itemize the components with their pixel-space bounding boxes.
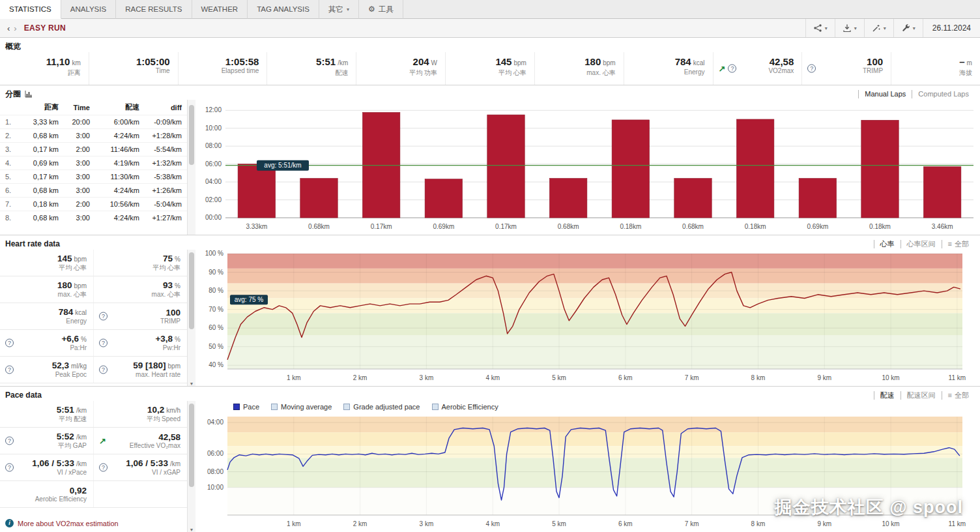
lap-pace-chart[interactable]: 00:0002:0004:0006:0008:0010:0012:003.33k… — [195, 100, 980, 235]
lap-row: 1.3,33 km20:006:00/km-0:09/km — [0, 115, 187, 129]
pace-view-button[interactable]: 配速 — [874, 391, 901, 400]
nav-tab-statistics[interactable]: STATISTICS — [0, 0, 61, 19]
svg-text:70 %: 70 % — [209, 306, 223, 313]
prev-activity-button[interactable]: ‹ — [5, 23, 12, 33]
svg-text:00:00: 00:00 — [205, 214, 222, 221]
legend-checkbox[interactable] — [233, 404, 240, 410]
overview-heading: 概览 — [5, 41, 21, 52]
legend-aerobic-efficiency[interactable]: Aerobic Efficiency — [432, 403, 498, 411]
stat-label: Aerobic Efficiency — [35, 495, 87, 503]
pace-scrollbar[interactable]: ▼ — [187, 401, 195, 532]
help-icon[interactable]: ? — [5, 339, 14, 347]
lap-row: 5.0,17 km3:0011:30/km-5:38/km — [0, 170, 187, 184]
help-icon[interactable]: ? — [99, 464, 108, 472]
stat-value: 100 — [166, 308, 180, 318]
nav-tab-tools[interactable]: ⚙工具 — [359, 0, 403, 19]
stat-vo2max: ↗?42,58VO2max — [713, 52, 802, 85]
computed-laps-view-button[interactable]: Computed Laps — [912, 90, 975, 98]
svg-text:50 %: 50 % — [209, 343, 223, 350]
export-button[interactable]: ▾ — [835, 19, 864, 37]
menu-icon: ≡ — [948, 391, 952, 400]
lap-distance: 0,68 km — [17, 129, 64, 143]
nav-tab-tag-analysis[interactable]: TAG ANALYSIS — [248, 0, 319, 19]
settings-button[interactable]: ▾ — [893, 19, 923, 37]
svg-text:40 %: 40 % — [209, 361, 223, 368]
heart-rate-chart[interactable]: 40 %50 %60 %70 %80 %90 %100 %1 km2 km3 k… — [195, 250, 980, 386]
svg-text:0.69km: 0.69km — [807, 223, 828, 230]
stats-grid-row: 5:51/km平均 配速10,2km/h平均 Speed — [0, 401, 187, 428]
edit-tools-button[interactable]: ▾ — [864, 19, 893, 37]
legend-checkbox[interactable] — [271, 404, 278, 410]
svg-text:0.68km: 0.68km — [558, 223, 579, 230]
help-icon[interactable]: ? — [99, 339, 108, 347]
stat-label: 平均 GAP — [58, 442, 87, 450]
activity-title: EASY RUN — [24, 23, 66, 33]
download-icon — [843, 23, 852, 33]
scrollbar-thumb[interactable] — [189, 252, 194, 329]
svg-text:5 km: 5 km — [552, 374, 566, 381]
hr-all-view-button[interactable]: ≡全部 — [942, 240, 975, 248]
hr-view-button[interactable]: 心率 — [874, 240, 901, 248]
legend-pace[interactable]: Pace — [233, 403, 259, 411]
vo2max-info-link[interactable]: i More about VO2max estimation — [0, 516, 187, 532]
stat-vi-xgap: ?1,06 / 5:33/kmVI / xGAP — [93, 454, 187, 480]
pace-panel: 5:51/km平均 配速10,2km/h平均 Speed?5:52/km平均 G… — [0, 401, 195, 532]
stat-value: 0,92 — [70, 486, 87, 495]
help-icon[interactable]: ? — [728, 65, 736, 73]
stats-grid-row: 180bpmmax. 心率93%max. 心率 — [0, 276, 187, 303]
legend-grade-adjusted-pace[interactable]: Grade adjusted pace — [343, 403, 420, 411]
legend-checkbox[interactable] — [432, 404, 439, 410]
stats-grid-row: 145bpm平均 心率75%平均 心率 — [0, 250, 187, 276]
nav-tab-race-results[interactable]: RACE RESULTS — [116, 0, 192, 19]
legend-moving-average[interactable]: Moving average — [271, 403, 332, 411]
stat-label: 平均 Speed — [147, 415, 180, 423]
nav-tab-analysis[interactable]: ANALYSIS — [61, 0, 116, 19]
stat-label: Energy — [684, 68, 705, 76]
pace-chart-legend: PaceMoving averageGrade adjusted paceAer… — [195, 401, 980, 413]
help-icon[interactable]: ? — [5, 464, 14, 472]
lap-index: 7. — [0, 198, 17, 211]
stat-label: 距离 — [68, 68, 81, 78]
trend-up-icon: ↗ — [99, 437, 106, 445]
svg-text:0.17km: 0.17km — [495, 223, 517, 230]
stat-unit: bpm — [513, 59, 526, 66]
help-icon[interactable]: ? — [5, 437, 14, 445]
lap-pace: 4:24/km — [95, 129, 145, 143]
stat-label: max. Heart rate — [136, 371, 180, 379]
pace-all-view-button[interactable]: ≡全部 — [942, 391, 975, 400]
stat-unit: bpm — [603, 59, 615, 66]
nav-tab-more[interactable]: 其它▾ — [319, 0, 359, 19]
svg-text:3.46km: 3.46km — [932, 223, 953, 230]
share-button[interactable]: ▾ — [805, 19, 835, 37]
stat-value: 5:51/km — [316, 56, 348, 68]
trend-up-icon: ↗ — [719, 65, 726, 73]
help-icon[interactable]: ? — [99, 366, 108, 374]
scroll-down-icon[interactable]: ▼ — [188, 527, 195, 532]
bar-chart-icon[interactable] — [25, 90, 33, 98]
pace-zones-view-button[interactable]: 配速区间 — [901, 391, 942, 400]
scrollbar-thumb[interactable] — [189, 404, 194, 487]
svg-text:08:00: 08:00 — [207, 468, 223, 475]
heart-rate-scrollbar[interactable]: ▼ — [187, 250, 195, 386]
scroll-down-icon[interactable]: ▼ — [188, 381, 195, 386]
pace-chart[interactable]: 04:0006:0008:0010:001 km2 km3 km4 km5 km… — [195, 413, 980, 532]
stat-label: Time — [156, 67, 170, 74]
stat-label: Pw:Hr — [163, 344, 180, 352]
lap-index: 6. — [0, 184, 17, 198]
lap-pace: 11:46/km — [95, 143, 145, 156]
manual-laps-view-button[interactable]: Manual Laps — [858, 90, 912, 98]
next-activity-button[interactable]: › — [12, 23, 18, 33]
stat-trimp: ?100TRIMP — [801, 52, 891, 85]
help-icon[interactable]: ? — [807, 65, 816, 73]
help-icon[interactable]: ? — [5, 366, 14, 374]
help-icon[interactable]: ? — [99, 312, 108, 321]
laps-header-cell: 配速 — [95, 100, 145, 115]
legend-checkbox[interactable] — [343, 404, 350, 410]
legend-label: Aerobic Efficiency — [442, 403, 498, 411]
hr-zones-view-button[interactable]: 心率区间 — [901, 240, 942, 248]
nav-tab-weather[interactable]: WEATHER — [192, 0, 248, 19]
scrollbar-thumb[interactable] — [189, 105, 194, 165]
laps-scrollbar[interactable] — [187, 100, 195, 235]
lap-distance: 0,17 km — [17, 143, 64, 156]
stat-label: Energy — [66, 318, 87, 325]
